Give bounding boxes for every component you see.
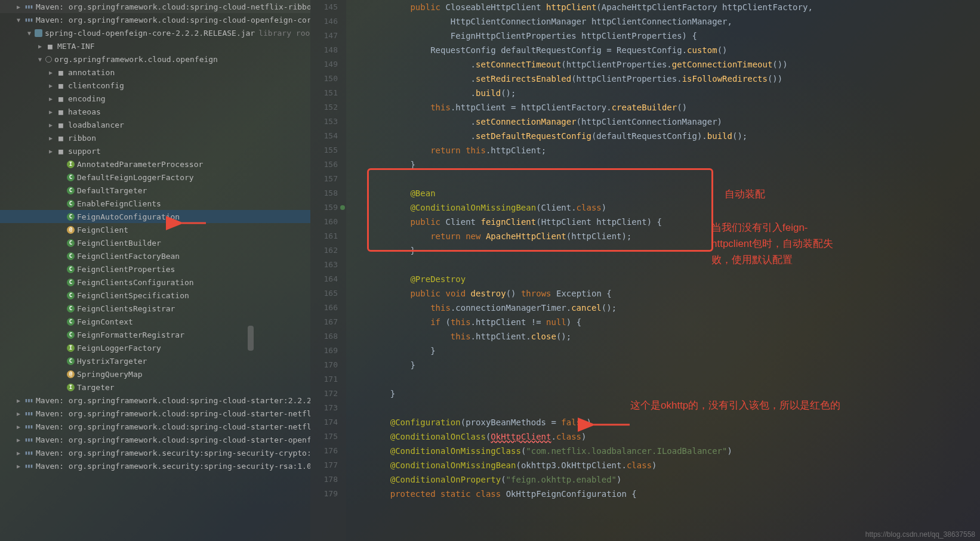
gutter-line-number[interactable]: 176 [310,444,338,458]
tree-row-support[interactable]: support [0,144,310,157]
code-line[interactable]: HttpClientConnectionManager httpClientCo… [370,14,980,29]
gutter-line-number[interactable]: 173 [310,401,338,415]
code-line[interactable]: return this.httpClient; [370,143,980,157]
code-line[interactable]: public CloseableHttpClient httpClient(Ap… [370,0,980,14]
gutter-line-number[interactable]: 168 [310,329,338,344]
gutter-line-number[interactable]: 147 [310,29,338,43]
gutter-line-number[interactable]: 161 [310,229,338,243]
code-line[interactable]: } [370,243,980,258]
gutter-line-number[interactable]: 177 [310,458,338,472]
tree-arrow-icon[interactable] [47,95,55,102]
tree-arrow-icon[interactable] [14,410,23,417]
tree-row-feignautoconfiguration[interactable]: FeignAutoConfiguration [0,210,310,223]
code-line[interactable]: @ConditionalOnClass(OkHttpClient.class) [370,429,980,444]
tree-row-meta-inf[interactable]: META-INF [0,39,310,52]
tree-row-feignclientsconfiguration[interactable]: FeignClientsConfiguration [0,276,310,289]
code-line[interactable]: return new ApacheHttpClient(httpClient); [370,229,980,243]
tree-row-maven[interactable]: Maven: org.springframework.cloud:spring-… [0,13,310,26]
tree-row-ribbon[interactable]: ribbon [0,131,310,144]
tree-row-hateoas[interactable]: hateoas [0,105,310,118]
tree-row-targeter[interactable]: Targeter [0,381,310,394]
tree-arrow-icon[interactable] [25,30,33,36]
code-line[interactable]: FeignHttpClientProperties httpClientProp… [370,29,980,43]
tree-row-enablefeignclients[interactable]: EnableFeignClients [0,197,310,210]
tree-row-annotation[interactable]: annotation [0,66,310,79]
gutter-line-number[interactable]: 150 [310,72,338,86]
tree-arrow-icon[interactable] [36,43,44,50]
code-line[interactable]: .setConnectionManager(httpClientConnecti… [370,115,980,129]
gutter-line-number[interactable]: 153 [310,115,338,129]
code-line[interactable]: this.httpClient = httpClientFactory.crea… [370,100,980,115]
code-line[interactable] [370,372,980,387]
tree-row-feignclientspecification[interactable]: FeignClientSpecification [0,289,310,302]
tree-row-maven[interactable]: Maven: org.springframework.security:spri… [0,459,310,472]
tree-arrow-icon[interactable] [14,4,23,10]
gutter-line-number[interactable]: 166 [310,301,338,315]
gutter-line-number[interactable]: 169 [310,344,338,358]
tree-arrow-icon[interactable] [47,148,55,154]
code-line[interactable]: } [370,358,980,372]
code-line[interactable]: .setConnectTimeout(httpClientProperties.… [370,57,980,72]
code-line[interactable]: this.connectionManagerTimer.cancel(); [370,301,980,315]
gutter-line-number[interactable]: 159 [310,200,338,215]
tree-row-feignformatterregistrar[interactable]: FeignFormatterRegistrar [0,328,310,341]
code-line[interactable]: if (this.httpClient != null) { [370,315,980,329]
code-line[interactable]: public Client feignClient(HttpClient htt… [370,215,980,229]
gutter-line-number[interactable]: 151 [310,86,338,100]
tree-row-maven[interactable]: Maven: org.springframework.cloud:spring-… [0,420,310,433]
tree-arrow-icon[interactable] [14,423,23,430]
gutter-line-number[interactable]: 175 [310,429,338,444]
gutter-line-number[interactable]: 165 [310,286,338,301]
code-line[interactable]: @Configuration(proxyBeanMethods = false) [370,415,980,429]
tree-row-feignclientsregistrar[interactable]: FeignClientsRegistrar [0,302,310,315]
tree-row-clientconfig[interactable]: clientconfig [0,79,310,92]
tree-arrow-icon[interactable] [47,82,55,89]
code-line[interactable]: @ConditionalOnMissingBean(Client.class) [370,200,980,215]
code-editor[interactable]: 1451461471481491501511521531541551561571… [310,0,980,541]
code-line[interactable]: } [370,344,980,358]
code-line[interactable]: .setRedirectsEnabled(httpClientPropertie… [370,72,980,86]
tree-row-spring-cloud-openfeign-core-2[interactable]: spring-cloud-openfeign-core-2.2.2.RELEAS… [0,26,310,39]
code-line[interactable]: .setDefaultRequestConfig(defaultRequestC… [370,129,980,143]
code-line[interactable]: @PreDestroy [370,272,980,286]
code-line[interactable]: this.httpClient.close(); [370,329,980,344]
gutter-line-number[interactable]: 172 [310,387,338,401]
tree-row-defaulttargeter[interactable]: DefaultTargeter [0,184,310,197]
tree-arrow-icon[interactable] [14,450,23,456]
tree-row-org[interactable]: org.springframework.cloud.openfeign [0,52,310,66]
code-line[interactable]: @ConditionalOnMissingClass("com.netflix.… [370,444,980,458]
tree-arrow-icon[interactable] [14,463,23,469]
code-line[interactable]: @ConditionalOnMissingBean(okhttp3.OkHttp… [370,458,980,472]
tree-row-hystrixtargeter[interactable]: HystrixTargeter [0,354,310,367]
tree-row-loadbalancer[interactable]: loadbalancer [0,118,310,131]
code-line[interactable] [370,172,980,186]
code-area[interactable]: 自动装配 当我们没有引入feign-httpclient包时，自动装配失败，使用… [346,0,980,541]
gutter-line-number[interactable]: 162 [310,243,338,258]
gutter-line-number[interactable]: 174 [310,415,338,429]
tree-arrow-icon[interactable] [47,69,55,76]
code-line[interactable]: } [370,157,980,172]
tree-row-annotatedparameterprocessor[interactable]: AnnotatedParameterProcessor [0,157,310,171]
gutter-line-number[interactable]: 160 [310,215,338,229]
gutter-line-number[interactable]: 157 [310,172,338,186]
tree-arrow-icon[interactable] [47,122,55,128]
gutter-line-number[interactable]: 167 [310,315,338,329]
tree-row-feigncontext[interactable]: FeignContext [0,315,310,328]
tree-row-feignclient[interactable]: FeignClient [0,223,310,236]
tree-row-maven[interactable]: Maven: org.springframework.cloud:spring-… [0,433,310,446]
gutter-line-number[interactable]: 171 [310,372,338,387]
code-line[interactable]: RequestConfig defaultRequestConfig = Req… [370,43,980,57]
gutter-line-number[interactable]: 164 [310,272,338,286]
tree-row-springquerymap[interactable]: SpringQueryMap [0,367,310,381]
code-line[interactable]: .build(); [370,86,980,100]
gutter-line-number[interactable]: 178 [310,472,338,487]
code-line[interactable]: protected static class OkHttpFeignConfig… [370,487,980,501]
tree-row-defaultfeignloggerfactory[interactable]: DefaultFeignLoggerFactory [0,171,310,184]
gutter-line-number[interactable]: 155 [310,143,338,157]
gutter-line-number[interactable]: 154 [310,129,338,143]
gutter-line-number[interactable]: 163 [310,258,338,272]
tree-row-maven[interactable]: Maven: org.springframework.cloud:spring-… [0,407,310,420]
gutter-line-number[interactable]: 158 [310,186,338,200]
tree-arrow-icon[interactable] [47,109,55,115]
tree-row-feignclientbuilder[interactable]: FeignClientBuilder [0,236,310,249]
